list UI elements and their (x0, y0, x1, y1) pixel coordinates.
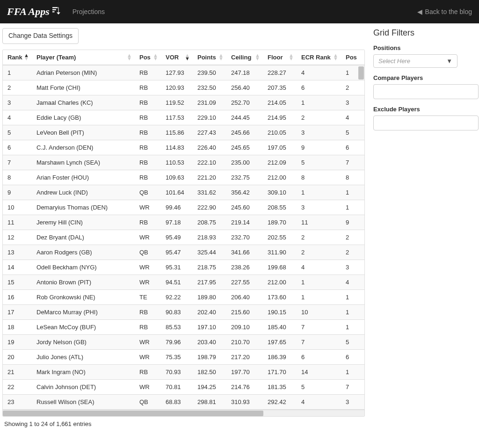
compare-players-input[interactable] (373, 84, 479, 99)
cell-ceiling: 247.18 (226, 65, 263, 80)
cell-floor: 189.70 (263, 215, 297, 230)
cell-floor: 171.70 (263, 364, 297, 379)
table-row: 10Demaryius Thomas (DEN)WR99.46222.90245… (3, 200, 364, 215)
cell-ceiling: 244.45 (226, 110, 263, 125)
table-row: 9Andrew Luck (IND)QB101.64331.62356.4230… (3, 185, 364, 200)
navbar: FFA Apps Projections ◀ Back to the blog (0, 0, 479, 23)
cell-pos: QB (135, 185, 161, 200)
table-row: 15Antonio Brown (PIT)WR94.51217.95227.55… (3, 275, 364, 289)
cell-points: 221.20 (193, 170, 226, 185)
cell-ecr_rank: 4 (297, 65, 341, 80)
cell-floor: 197.65 (263, 334, 297, 349)
cell-points: 231.09 (193, 95, 226, 110)
cell-rank: 12 (3, 230, 32, 245)
brand-logo[interactable]: FFA Apps (7, 6, 61, 18)
cell-ecr_rank: 5 (297, 379, 341, 394)
cell-rank: 7 (3, 155, 32, 170)
cell-pos: RB (135, 95, 161, 110)
cell-vor: 85.53 (161, 319, 193, 334)
horizontal-scrollbar[interactable] (3, 410, 364, 416)
table-row: 23Russell Wilson (SEA)QB68.83298.81310.9… (3, 394, 364, 409)
header-ceiling-label: Ceiling (231, 54, 251, 61)
cell-rank: 18 (3, 319, 32, 334)
change-data-settings-button[interactable]: Change Data Settings (2, 28, 79, 44)
col-header-pos[interactable]: Pos▲▼ (135, 50, 161, 65)
chevron-left-icon: ◀ (417, 8, 422, 15)
table-scroll-area[interactable]: Rank▲▼ Player (Team)▲▼ Pos▲▼ VOR▲▼ Point… (3, 50, 364, 410)
cell-player: Eddie Lacy (GB) (32, 110, 135, 125)
cell-player: LeVeon Bell (PIT) (32, 125, 135, 140)
header-pos-label: Pos (139, 54, 151, 61)
cell-floor: 214.05 (263, 95, 297, 110)
cell-ecr_rank: 2 (297, 245, 341, 260)
cell-rank: 6 (3, 140, 32, 155)
cell-points: 331.62 (193, 185, 226, 200)
cell-pos_rank: 1 (341, 200, 364, 215)
cell-floor: 181.35 (263, 379, 297, 394)
cell-floor: 207.35 (263, 80, 297, 95)
col-header-ceiling[interactable]: Ceiling▲▼ (226, 50, 263, 65)
nav-projections[interactable]: Projections (73, 8, 105, 15)
col-header-ecr-rank[interactable]: ECR Rank▲▼ (297, 50, 341, 65)
vertical-scrollbar[interactable] (358, 66, 364, 85)
cell-points: 194.25 (193, 379, 226, 394)
cell-ecr_rank: 6 (297, 349, 341, 364)
cell-player: Mark Ingram (NO) (32, 364, 135, 379)
cell-floor: 214.95 (263, 110, 297, 125)
cell-player: C.J. Anderson (DEN) (32, 140, 135, 155)
cell-floor: 199.68 (263, 260, 297, 275)
table-row: 14Odell Beckham (NYG)WR95.31218.75238.26… (3, 260, 364, 275)
table-row: 6C.J. Anderson (DEN)RB114.83226.40245.65… (3, 140, 364, 155)
cell-vor: 114.83 (161, 140, 193, 155)
back-to-blog-link[interactable]: ◀ Back to the blog (417, 8, 472, 15)
compare-players-label: Compare Players (373, 74, 479, 81)
cell-floor: 311.90 (263, 245, 297, 260)
cell-pos: QB (135, 394, 161, 409)
cell-floor: 186.39 (263, 349, 297, 364)
table-row: 19Jordy Nelson (GB)WR79.96203.40210.7019… (3, 334, 364, 349)
cell-pos: TE (135, 289, 161, 304)
cell-pos_rank: 2 (341, 230, 364, 245)
cell-ceiling: 210.70 (226, 334, 263, 349)
header-player-label: Player (Team) (36, 54, 76, 61)
cell-vor: 115.86 (161, 125, 193, 140)
cell-ceiling: 341.66 (226, 245, 263, 260)
cell-pos: WR (135, 275, 161, 289)
cell-vor: 75.35 (161, 349, 193, 364)
cell-player: Jordy Nelson (GB) (32, 334, 135, 349)
cell-pos: QB (135, 245, 161, 260)
projections-table: Rank▲▼ Player (Team)▲▼ Pos▲▼ VOR▲▼ Point… (3, 50, 364, 410)
cell-rank: 11 (3, 215, 32, 230)
exclude-players-input[interactable] (373, 116, 479, 130)
cell-floor: 212.00 (263, 170, 297, 185)
col-header-pos-rank[interactable]: Pos (341, 50, 364, 65)
cell-ceiling: 356.42 (226, 185, 263, 200)
cell-vor: 97.18 (161, 215, 193, 230)
cell-ecr_rank: 5 (297, 155, 341, 170)
cell-points: 197.10 (193, 319, 226, 334)
cell-floor: 292.42 (263, 394, 297, 409)
cell-vor: 90.83 (161, 304, 193, 319)
cell-ecr_rank: 1 (297, 289, 341, 304)
cell-pos: RB (135, 110, 161, 125)
cell-ceiling: 232.70 (226, 230, 263, 245)
col-header-rank[interactable]: Rank▲▼ (3, 50, 32, 65)
cell-player: Marshawn Lynch (SEA) (32, 155, 135, 170)
cell-vor: 101.64 (161, 185, 193, 200)
cell-pos_rank: 3 (341, 95, 364, 110)
sort-icon: ▲▼ (289, 54, 294, 60)
positions-select[interactable]: Select Here ▼ (373, 54, 457, 68)
cell-pos_rank: 4 (341, 110, 364, 125)
col-header-vor[interactable]: VOR▲▼ (161, 50, 193, 65)
col-header-floor[interactable]: Floor▲▼ (263, 50, 297, 65)
cell-ecr_rank: 11 (297, 215, 341, 230)
table-row: 21Mark Ingram (NO)RB70.93182.50197.70171… (3, 364, 364, 379)
cell-vor: 92.22 (161, 289, 193, 304)
cell-ceiling: 245.65 (226, 140, 263, 155)
sort-amount-desc-icon (52, 7, 61, 17)
col-header-points[interactable]: Points▲▼ (193, 50, 226, 65)
cell-points: 222.90 (193, 200, 226, 215)
table-row: 22Calvin Johnson (DET)WR70.81194.25214.7… (3, 379, 364, 394)
table-row: 4Eddie Lacy (GB)RB117.53229.10244.45214.… (3, 110, 364, 125)
col-header-player[interactable]: Player (Team)▲▼ (32, 50, 135, 65)
